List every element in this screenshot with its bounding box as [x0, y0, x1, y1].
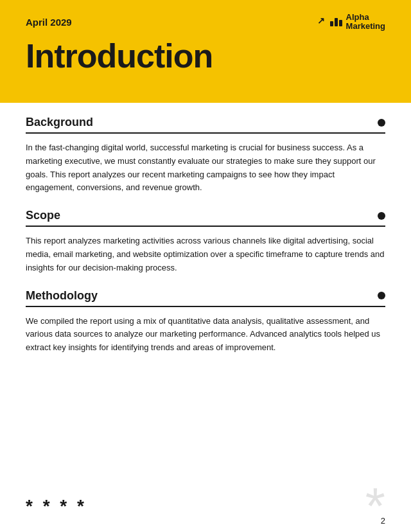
logo-alpha: Alpha — [346, 13, 385, 22]
section-background-text: In the fast-changing digital world, succ… — [26, 141, 385, 195]
footer-stars: * * * * — [26, 496, 87, 517]
section-background-dot — [378, 119, 385, 127]
section-scope-title: Scope — [26, 209, 60, 222]
section-methodology-header: Methodology — [26, 289, 385, 307]
page-title: Introduction — [26, 39, 385, 73]
section-methodology: Methodology We compiled the report using… — [26, 289, 385, 355]
header-date: April 2029 — [26, 17, 72, 28]
logo-text: Alpha Marketing — [346, 13, 385, 31]
logo-marketing: Marketing — [346, 22, 385, 31]
section-methodology-dot — [378, 292, 385, 299]
header-top: April 2029 ↗ Alpha Marketing — [26, 13, 385, 31]
header-banner: April 2029 ↗ Alpha Marketing Introductio… — [0, 0, 411, 103]
section-scope-header: Scope — [26, 209, 385, 227]
section-background-header: Background — [26, 116, 385, 134]
logo-arrow-icon: ↗ — [317, 15, 325, 26]
section-background-title: Background — [26, 116, 93, 129]
footer: * * * * * — [0, 481, 411, 532]
section-background: Background In the fast-changing digital … — [26, 116, 385, 195]
section-scope-text: This report analyzes marketing activitie… — [26, 235, 385, 274]
content-area: Background In the fast-changing digital … — [0, 103, 411, 375]
logo-area: ↗ Alpha Marketing — [317, 13, 385, 31]
section-scope-dot — [378, 212, 385, 220]
section-scope: Scope This report analyzes marketing act… — [26, 209, 385, 274]
section-methodology-title: Methodology — [26, 289, 98, 303]
page-number: 2 — [381, 516, 385, 526]
logo-bars-icon — [330, 18, 342, 26]
section-methodology-text: We compiled the report using a mix of qu… — [26, 315, 385, 355]
